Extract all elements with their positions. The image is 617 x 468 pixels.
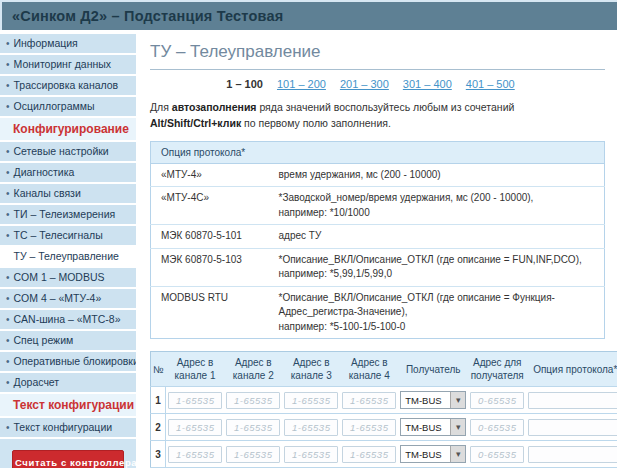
sidebar-item[interactable]: • CAN-шина – «МТС-8» [0, 310, 136, 331]
bullet-icon: • [6, 60, 10, 70]
recipient-select[interactable]: ТМ-BUS ▾ [400, 418, 466, 436]
protocol-description: *Описание_ВКЛ/Описание_ОТКЛ (где описани… [269, 248, 605, 286]
protocol-option-input[interactable] [528, 446, 617, 463]
bullet-icon: • [6, 168, 10, 178]
sidebar-item[interactable]: • COM 1 – MODBUS [0, 268, 136, 289]
channel-1-address-input[interactable] [168, 446, 222, 463]
sidebar-text-list: • Текст конфигурации [0, 418, 136, 439]
protocol-name: MODBUS RTU [151, 286, 269, 339]
protocol-description: *Описание_ВКЛ/Описание_ОТКЛ (где описани… [269, 286, 605, 339]
column-header: Адрес в канале 1 [166, 352, 225, 387]
pagination-link[interactable]: 301 – 400 [403, 78, 452, 90]
protocol-option-input[interactable] [528, 419, 617, 436]
pagination-link[interactable]: 201 – 300 [340, 78, 389, 90]
channel-4-address-input[interactable] [342, 392, 396, 409]
channel-2-address-input[interactable] [226, 446, 280, 463]
sidebar-item[interactable]: • COM 4 – «МТУ-4» [0, 289, 136, 310]
telecontrol-table-body: 1 ТМ-BUS ▾ [151, 387, 617, 468]
recipient-select[interactable]: ТМ-BUS ▾ [400, 445, 466, 463]
sidebar-item-label: Сетевые настройки [14, 146, 109, 157]
pagination-link[interactable]: 401 – 500 [466, 78, 515, 90]
channel-4-address-input[interactable] [342, 419, 396, 436]
bullet-icon: • [6, 294, 10, 304]
column-header: Опция протокола* [526, 352, 617, 387]
bullet-icon: • [6, 423, 10, 433]
column-header: Получатель [398, 352, 468, 387]
protocol-row: «МТУ-4» время удержания, мс (200 - 10000… [151, 163, 605, 187]
row-number: 1 [151, 387, 166, 414]
recipient-address-input[interactable] [470, 446, 524, 463]
sidebar-item[interactable]: • Сетевые настройки [0, 142, 136, 163]
sidebar-item[interactable]: • ТС – Телесигналы [0, 226, 136, 247]
section-configuration: Конфигурирование [0, 118, 136, 142]
column-header: Адрес в канале 3 [282, 352, 340, 387]
protocol-row: МЭК 60870-5-103 *Описание_ВКЛ/Описание_О… [151, 248, 605, 286]
sidebar-item[interactable]: • Спец режим [0, 331, 136, 352]
recipient-address-input[interactable] [470, 419, 524, 436]
pagination-links: 101 – 200201 – 300301 – 400401 – 500 [277, 78, 529, 90]
sidebar-item[interactable]: • Текст конфигурации [0, 418, 136, 439]
protocol-description-line: *Описание_ВКЛ/Описание_ОТКЛ (где описани… [279, 253, 595, 268]
sidebar-item-label: Осциллограммы [14, 101, 95, 112]
bullet-icon: • [6, 39, 10, 49]
chevron-down-icon: ▾ [450, 419, 465, 435]
protocol-row: MODBUS RTU *Описание_ВКЛ/Описание_ОТКЛ (… [151, 286, 605, 339]
app-title: «Синком Д2» – Подстанция Тестовая [12, 8, 283, 24]
sidebar-item-label: Информация [14, 38, 78, 49]
pagination-link[interactable]: 101 – 200 [277, 78, 326, 90]
bullet-icon: • [6, 357, 10, 367]
bullet-icon: • [6, 273, 10, 283]
protocol-option-input[interactable] [528, 392, 617, 409]
sidebar-item[interactable]: • ТИ – Телеизмерения [0, 205, 136, 226]
channel-3-address-input[interactable] [284, 419, 338, 436]
sidebar-item-label: COM 4 – «МТУ-4» [14, 293, 102, 304]
sidebar-item[interactable]: • Мониторинг данных [0, 55, 136, 76]
protocol-name: МЭК 60870-5-101 [151, 225, 269, 249]
table-row: 3 ТМ-BUS ▾ [151, 441, 617, 468]
sidebar-item-label: Каналы связи [14, 188, 81, 199]
protocol-name: МЭК 60870-5-103 [151, 248, 269, 286]
channel-3-address-input[interactable] [284, 392, 338, 409]
bullet-icon: • [6, 336, 10, 346]
protocol-description-line: адрес ТУ [279, 229, 595, 244]
recipient-select[interactable]: ТМ-BUS ▾ [400, 391, 466, 409]
recipient-address-input[interactable] [470, 392, 524, 409]
protocol-description-line: *Заводской_номер/время удержания, мс (20… [279, 191, 595, 206]
sidebar-item[interactable]: • Трассировка каналов [0, 76, 136, 97]
sidebar-top-list: • Информация • Мониторинг данных • Трасс… [0, 34, 136, 118]
bullet-icon: • [6, 81, 10, 91]
sidebar-item[interactable]: • Каналы связи [0, 184, 136, 205]
table-row: 2 ТМ-BUS ▾ [151, 414, 617, 441]
channel-1-address-input[interactable] [168, 392, 222, 409]
sidebar-item[interactable]: • Информация [0, 34, 136, 55]
channel-2-address-input[interactable] [226, 419, 280, 436]
channel-1-address-input[interactable] [168, 419, 222, 436]
channel-3-address-input[interactable] [284, 446, 338, 463]
sidebar-item[interactable]: • Диагностика [0, 163, 136, 184]
sidebar-item[interactable]: • Дорасчет [0, 373, 136, 394]
hint-bold: автозаполнения [172, 101, 257, 113]
chevron-down-icon: ▾ [450, 392, 465, 408]
sidebar-item[interactable]: • Оперативные блокировки [0, 352, 136, 373]
protocol-table-body: «МТУ-4» время удержания, мс (200 - 10000… [151, 163, 605, 339]
hint-text: Для [150, 101, 172, 113]
section-config-text: Текст конфигурации [0, 394, 136, 418]
sidebar-item[interactable]: • Осциллограммы [0, 97, 136, 118]
protocol-description: время удержания, мс (200 - 10000) [269, 163, 605, 187]
bullet-icon: • [6, 315, 10, 325]
protocol-description-line: *Описание_ВКЛ/Описание_ОТКЛ (где описани… [279, 291, 595, 320]
protocol-example-line: например: *5-100-1/5-100-0 [279, 320, 595, 335]
pagination-current: 1 – 100 [226, 78, 263, 90]
hint-text: по первому полю заполнения. [241, 117, 391, 129]
telecontrol-table-header-row: №Адрес в канале 1Адрес в канале 2Адрес в… [151, 352, 617, 387]
channel-4-address-input[interactable] [342, 446, 396, 463]
sidebar-item-label: Мониторинг данных [14, 59, 112, 70]
channel-2-address-input[interactable] [226, 392, 280, 409]
protocol-description: *Заводской_номер/время удержания, мс (20… [269, 187, 605, 225]
sidebar-item-label: ТИ – Телеизмерения [14, 209, 116, 220]
sidebar-item[interactable]: • ТУ – Телеуправление [0, 247, 136, 268]
bullet-icon: • [6, 102, 10, 112]
sidebar-item-label: Оперативные блокировки [14, 356, 136, 367]
hint-bold: Alt/Shift/Ctrl+клик [150, 117, 241, 129]
read-from-controller-button[interactable]: Считать с контроллера [12, 450, 124, 468]
